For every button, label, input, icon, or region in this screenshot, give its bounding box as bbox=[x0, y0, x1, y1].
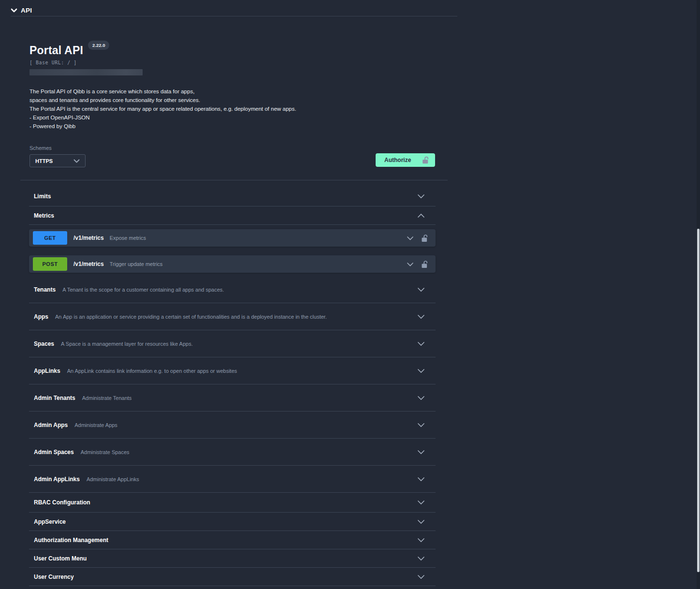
tag-section-rbac-configuration[interactable]: RBAC Configuration bbox=[29, 493, 436, 513]
description-line: The Portal API is the central service fo… bbox=[29, 104, 445, 113]
api-description: The Portal API of Qibb is a core service… bbox=[29, 87, 445, 131]
operation-summary: Expose metrics bbox=[110, 235, 146, 241]
unlock-icon bbox=[422, 156, 429, 164]
description-line: - Powered by Qibb bbox=[29, 122, 445, 131]
tag-description: An AppLink contains link information e.g… bbox=[67, 368, 237, 374]
tag-name: RBAC Configuration bbox=[34, 499, 90, 506]
tag-name: AppLinks bbox=[34, 368, 60, 374]
schemes-section: Schemes HTTPS Authorize bbox=[29, 143, 435, 168]
method-badge-get: GET bbox=[33, 231, 67, 245]
operation-summary: Trigger update metrics bbox=[110, 261, 163, 267]
tag-name: Limits bbox=[34, 193, 51, 200]
chevron-up-icon[interactable] bbox=[417, 213, 425, 218]
spec-url-redacted[interactable] bbox=[29, 69, 143, 75]
tag-section-admin-apps[interactable]: Admin Apps Administrate Apps bbox=[29, 412, 436, 439]
tag-name: Admin Apps bbox=[34, 422, 68, 428]
opblock-post-v1-metrics[interactable]: POST /v1/metrics Trigger update metrics bbox=[29, 255, 436, 273]
api-section-header[interactable]: API bbox=[11, 4, 457, 16]
tag-name: User Currency bbox=[34, 574, 74, 580]
tag-section-authorization-management[interactable]: Authorization Management bbox=[29, 531, 436, 549]
tag-description: An App is an application or service prov… bbox=[55, 314, 327, 320]
tag-section-tenants[interactable]: Tenants A Tenant is the scope for a cust… bbox=[29, 276, 436, 303]
tag-name: AppService bbox=[34, 518, 66, 525]
scrollbar-thumb[interactable] bbox=[697, 229, 700, 572]
chevron-down-icon[interactable] bbox=[417, 500, 425, 505]
tag-section-user-currency[interactable]: User Currency bbox=[29, 568, 436, 586]
description-line: spaces and tenants and provides core fun… bbox=[29, 96, 445, 104]
chevron-down-icon[interactable] bbox=[417, 194, 425, 199]
chevron-down-icon[interactable] bbox=[407, 236, 414, 240]
chevron-down-icon[interactable] bbox=[417, 368, 425, 373]
tag-section-admin-tenants[interactable]: Admin Tenants Administrate Tenants bbox=[29, 384, 436, 412]
tag-section-metrics[interactable]: Metrics bbox=[29, 206, 436, 225]
page-title: Portal API bbox=[29, 44, 83, 57]
operation-path: /v1/metrics bbox=[73, 261, 104, 267]
description-line: - Export OpenAPI-JSON bbox=[29, 113, 445, 122]
tag-section-applinks[interactable]: AppLinks An AppLink contains link inform… bbox=[29, 357, 436, 384]
scrollbar-track[interactable] bbox=[697, 0, 700, 589]
unlock-icon[interactable] bbox=[421, 260, 428, 268]
tag-name: Admin Spaces bbox=[34, 449, 74, 456]
api-header-label: API bbox=[21, 7, 32, 14]
chevron-down-icon[interactable] bbox=[417, 450, 425, 455]
operation-icons bbox=[407, 234, 428, 242]
chevron-down-icon[interactable] bbox=[417, 574, 425, 579]
base-url-label: [ Base URL: / ] bbox=[29, 60, 445, 65]
chevron-down-icon[interactable] bbox=[417, 341, 425, 346]
tag-description: Administrate Tenants bbox=[82, 395, 132, 401]
header-divider bbox=[11, 16, 457, 16]
chevron-down-icon[interactable] bbox=[11, 8, 17, 13]
tag-description: Administrate Spaces bbox=[81, 449, 130, 455]
tag-name: Tenants bbox=[34, 286, 56, 293]
unlock-icon[interactable] bbox=[421, 234, 428, 242]
chevron-down-icon[interactable] bbox=[417, 519, 425, 524]
method-badge-post: POST bbox=[33, 257, 67, 271]
chevron-down-icon[interactable] bbox=[417, 423, 425, 427]
chevron-down-icon[interactable] bbox=[417, 396, 425, 400]
tag-section-admin-spaces[interactable]: Admin Spaces Administrate Spaces bbox=[29, 439, 436, 466]
tag-section-admin-applinks[interactable]: Admin AppLinks Administrate AppLinks bbox=[29, 466, 436, 493]
metrics-operations: GET /v1/metrics Expose metrics POST /v1/… bbox=[29, 225, 436, 276]
tag-section-apps[interactable]: Apps An App is an application or service… bbox=[29, 303, 436, 330]
tag-name: Admin AppLinks bbox=[34, 476, 80, 483]
scheme-select[interactable]: HTTPS bbox=[29, 154, 86, 167]
title-row: Portal API 2.22.0 bbox=[29, 44, 445, 57]
chevron-down-icon[interactable] bbox=[417, 556, 425, 561]
opblock-get-v1-metrics[interactable]: GET /v1/metrics Expose metrics bbox=[29, 229, 436, 247]
description-line: The Portal API of Qibb is a core service… bbox=[29, 87, 445, 96]
tag-section-appservice[interactable]: AppService bbox=[29, 513, 436, 531]
chevron-down-icon[interactable] bbox=[417, 538, 425, 543]
scheme-selected-value: HTTPS bbox=[35, 158, 53, 164]
tag-name: Spaces bbox=[34, 340, 54, 347]
tag-description: Administrate AppLinks bbox=[87, 476, 139, 482]
tag-name: Authorization Management bbox=[34, 537, 108, 544]
tag-name: Metrics bbox=[34, 212, 54, 219]
tag-description: Administrate Apps bbox=[74, 422, 117, 428]
chevron-down-icon[interactable] bbox=[407, 262, 414, 266]
api-info: Portal API 2.22.0 [ Base URL: / ] The Po… bbox=[29, 44, 445, 131]
schemes-label: Schemes bbox=[29, 145, 435, 151]
tag-section-limits[interactable]: Limits bbox=[29, 186, 436, 206]
authorize-button[interactable]: Authorize bbox=[376, 153, 435, 167]
chevron-down-icon[interactable] bbox=[417, 314, 425, 319]
operation-path: /v1/metrics bbox=[73, 235, 104, 241]
tag-section-user-custom-menu[interactable]: User Custom Menu bbox=[29, 549, 436, 568]
tag-name: User Custom Menu bbox=[34, 555, 87, 562]
tag-list: Limits Metrics GET /v1/metrics Expose me… bbox=[29, 186, 436, 586]
tag-section-spaces[interactable]: Spaces A Space is a management layer for… bbox=[29, 330, 436, 357]
tag-name: Admin Tenants bbox=[34, 395, 75, 401]
chevron-down-icon[interactable] bbox=[417, 477, 425, 482]
authorize-label: Authorize bbox=[384, 157, 411, 163]
chevron-down-icon[interactable] bbox=[417, 287, 425, 292]
section-divider bbox=[20, 180, 448, 180]
tag-description: A Space is a management layer for resour… bbox=[61, 341, 193, 347]
version-badge: 2.22.0 bbox=[88, 41, 109, 50]
tag-description: A Tenant is the scope for a customer con… bbox=[62, 287, 224, 293]
operation-icons bbox=[407, 260, 428, 268]
tag-name: Apps bbox=[34, 313, 48, 320]
chevron-down-icon bbox=[73, 159, 80, 163]
